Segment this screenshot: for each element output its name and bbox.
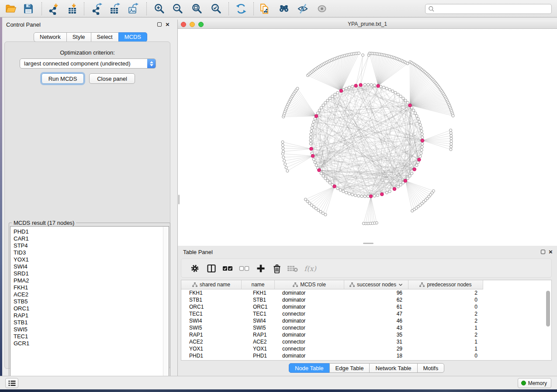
table-cell: PHD1 (242, 352, 275, 359)
close-panel-button[interactable]: Close panel (89, 73, 135, 84)
mcds-result-item[interactable]: SWI5 (14, 326, 169, 333)
column-header-successor-nodes[interactable]: successor nodes (344, 280, 408, 289)
export-network-button[interactable] (89, 1, 105, 16)
table-cell: connector (275, 345, 344, 352)
column-header-name[interactable]: name (242, 280, 275, 289)
mcds-result-item[interactable]: STB5 (14, 298, 169, 305)
table-row[interactable]: FKH1FKH1dominator962 (181, 289, 551, 296)
network-window-titlebar[interactable]: YPA_prune.txt_1 (178, 20, 557, 29)
table-row[interactable]: PHD1PHD1dominator180 (181, 352, 551, 359)
zoom-fit-button[interactable] (189, 1, 205, 16)
canvas-horizontal-scroll-nub[interactable] (363, 243, 374, 244)
mcds-result-item[interactable]: RAP1 (14, 312, 169, 319)
fx-icon: f(x) (304, 265, 316, 273)
mcds-result-item[interactable]: ACE2 (14, 291, 169, 298)
delete-column-button[interactable] (271, 262, 283, 275)
mcds-result-item[interactable]: GCR1 (14, 340, 169, 347)
mcds-result-item[interactable]: ORC1 (14, 305, 169, 312)
table-row[interactable]: TEC1TEC1connector472 (181, 310, 551, 317)
column-header-MCDS-role[interactable]: MCDS role (275, 280, 344, 289)
export-table-button[interactable] (107, 1, 123, 16)
import-network-button[interactable] (46, 1, 62, 16)
tab-select[interactable]: Select (91, 32, 119, 42)
list-icon (8, 380, 16, 386)
table-cell: 2 (408, 310, 483, 317)
table-scrollbar-thumb[interactable] (546, 291, 550, 327)
optimization-criterion-select[interactable]: largest connected component (undirected) (20, 58, 156, 69)
clone-network-button[interactable] (256, 1, 272, 16)
mcds-result-item[interactable]: TID3 (14, 249, 169, 256)
zoom-in-button[interactable] (152, 1, 167, 16)
search-input[interactable] (435, 5, 551, 13)
tab-mcds[interactable]: MCDS (118, 32, 147, 42)
toolbar-separator (84, 2, 84, 15)
show-hidden-button[interactable] (314, 1, 330, 16)
tab-node-table[interactable]: Node Table (289, 363, 330, 373)
deselect-all-button[interactable] (238, 262, 250, 275)
mcds-result-item[interactable]: STP4 (14, 242, 169, 249)
zoom-selected-button[interactable] (208, 1, 224, 16)
open-button[interactable] (3, 1, 19, 16)
table-row[interactable]: ACE2ACE2connector311 (181, 338, 551, 345)
toggle-hidden-button[interactable] (295, 1, 311, 16)
table-row[interactable]: SWI4SWI4dominator462 (181, 317, 551, 324)
table-row[interactable]: STB1STB1dominator620 (181, 296, 551, 303)
tab-motifs[interactable]: Motifs (417, 363, 445, 373)
memory-label: Memory (528, 380, 547, 386)
mcds-result-item[interactable]: FKH1 (14, 284, 169, 291)
function-builder-button-disabled: f(x) (304, 262, 316, 275)
table-row[interactable]: YOX1YOX1connector291 (181, 345, 551, 352)
columns-icon (207, 264, 216, 273)
mcds-result-item[interactable]: PHD1 (14, 228, 169, 235)
save-button[interactable] (21, 1, 36, 16)
mcds-result-item[interactable]: STB1 (14, 319, 169, 326)
mcds-result-list[interactable]: PHD1CAR1STP4TID3YOX1SWI4SRD1PMA2FKH1ACE2… (10, 226, 169, 381)
import-table-button[interactable] (65, 1, 80, 16)
show-columns-button[interactable] (205, 262, 218, 275)
mcds-result-item[interactable]: SWI4 (14, 263, 169, 270)
mcds-result-item[interactable]: CAR1 (14, 235, 169, 242)
table-cell: connector (275, 338, 344, 345)
eye-icon (316, 3, 328, 15)
select-all-button[interactable] (221, 262, 234, 275)
canvas-vertical-scroll-nub[interactable] (178, 195, 180, 204)
mcds-result-item[interactable]: TEC1 (14, 333, 169, 340)
zoom-out-icon (172, 3, 184, 15)
network-canvas[interactable] (178, 29, 557, 246)
column-header-shared-name[interactable]: shared name (181, 280, 242, 289)
mcds-result-item[interactable]: PMA2 (14, 277, 169, 284)
zoom-out-button[interactable] (170, 1, 186, 16)
tab-network[interactable]: Network (34, 32, 67, 42)
tab-edge-table[interactable]: Edge Table (329, 363, 370, 373)
close-panel-icon[interactable]: × (166, 22, 170, 27)
tab-network-table[interactable]: Network Table (369, 363, 417, 373)
task-history-button[interactable] (5, 378, 18, 388)
table-cell: 1 (408, 324, 483, 331)
search-field[interactable] (425, 4, 552, 14)
tab-style[interactable]: Style (66, 32, 91, 42)
close-panel-icon[interactable]: × (549, 250, 553, 254)
float-window-icon[interactable] (157, 22, 162, 27)
table-cell: 2 (408, 317, 483, 324)
table-row[interactable]: RAP1RAP1dominator352 (181, 331, 551, 338)
run-mcds-button[interactable]: Run MCDS (42, 73, 84, 84)
list-scrollbar[interactable] (163, 227, 169, 381)
memory-button[interactable]: Memory (518, 378, 551, 388)
find-button[interactable] (276, 1, 292, 16)
table-settings-button[interactable] (189, 262, 201, 275)
table-row[interactable]: SWI5SWI5connector431 (181, 324, 551, 331)
mcds-result-item[interactable]: SRD1 (14, 270, 169, 277)
network-graph[interactable] (178, 29, 557, 246)
add-column-button[interactable] (255, 262, 267, 275)
optimization-criterion-value: largest connected component (undirected) (20, 60, 147, 67)
table-cell: 35 (344, 331, 408, 338)
column-header-predecessor-nodes[interactable]: predecessor nodes (408, 280, 483, 289)
refresh-button[interactable] (233, 1, 249, 16)
table-cell: ORC1 (242, 303, 275, 310)
mcds-result-item[interactable]: YOX1 (14, 256, 169, 263)
table-cell: RAP1 (242, 331, 275, 338)
float-window-icon[interactable] (541, 250, 545, 254)
table-row[interactable]: ORC1ORC1dominator610 (181, 303, 551, 310)
search-icon (428, 6, 435, 12)
export-image-button[interactable] (125, 1, 141, 16)
